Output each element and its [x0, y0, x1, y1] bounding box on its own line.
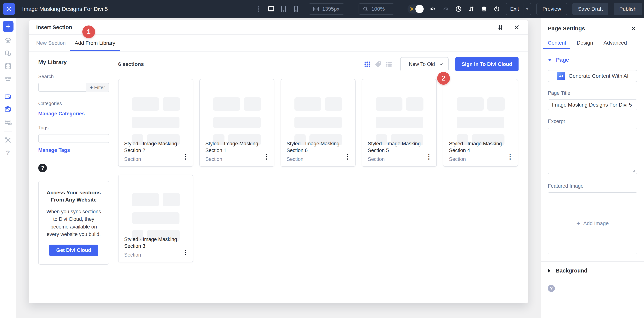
sign-in-label: Sign In To Divi Cloud [462, 61, 512, 67]
list-rows-icon[interactable] [4, 75, 12, 83]
design-presets-icon[interactable] [4, 49, 12, 57]
library-heading: My Library [38, 59, 109, 65]
tab-design[interactable]: Design [577, 37, 593, 49]
skeleton-block [325, 97, 342, 111]
background-group-toggle[interactable]: Background [548, 262, 637, 280]
sort-arrows-icon[interactable] [468, 5, 475, 13]
history-icon[interactable] [455, 5, 462, 13]
tutorial-step-badge-1: 1 [82, 25, 95, 38]
tags-input[interactable] [38, 134, 109, 143]
width-arrows-icon [313, 6, 319, 12]
panel-title: Page Settings [548, 25, 630, 32]
wireframe-view-icon[interactable] [4, 118, 12, 126]
preview-button[interactable]: Preview [536, 3, 567, 15]
add-image-dropzone[interactable]: + Add Image [548, 192, 637, 254]
sort-order-select[interactable]: New To Old [400, 57, 448, 71]
skeleton-block [457, 117, 504, 128]
library-section-card[interactable]: Styled - Image Masking Section 5 Section… [362, 79, 437, 167]
library-help-icon[interactable]: ? [38, 164, 47, 172]
card-options-menu-icon[interactable]: ⋮ [344, 153, 351, 160]
tab-content[interactable]: Content [548, 37, 566, 49]
close-icon[interactable] [513, 24, 520, 31]
publish-button[interactable]: Publish [614, 3, 642, 15]
card-options-menu-icon[interactable]: ⋮ [507, 153, 514, 160]
trash-icon[interactable] [480, 5, 488, 13]
undo-icon[interactable] [429, 5, 437, 13]
builder-mode-toggle[interactable] [408, 4, 424, 13]
excerpt-textarea[interactable] [548, 128, 637, 174]
panel-tab-bar: Content Design Advanced [541, 37, 644, 49]
redo-icon[interactable] [442, 5, 450, 13]
layers-icon[interactable] [4, 37, 12, 45]
exit-button[interactable]: Exit ▾ [506, 3, 531, 15]
search-input[interactable] [38, 83, 86, 92]
filter-button[interactable]: + Filter [86, 83, 109, 92]
section-card-title: Styled - Image Masking Section 1 [205, 141, 264, 154]
zoom-control[interactable]: 100% [358, 3, 394, 15]
desktop-view-icon[interactable] [268, 5, 275, 13]
click-edit-icon[interactable] [4, 106, 12, 114]
section-card-title: Styled - Image Masking Section 5 [368, 141, 426, 154]
section-card-title: Styled - Image Masking Section 2 [124, 141, 182, 154]
viewport-width-control[interactable]: 1395px [309, 3, 344, 15]
tab-advanced[interactable]: Advanced [604, 37, 627, 49]
card-options-menu-icon[interactable]: ⋮ [263, 153, 270, 160]
ai-icon: AI [556, 72, 565, 80]
list-view-icon[interactable] [385, 60, 393, 68]
tag-view-icon[interactable] [374, 60, 382, 68]
save-draft-button[interactable]: Save Draft [572, 3, 608, 15]
panel-close-icon[interactable] [630, 25, 637, 32]
get-divi-cloud-button[interactable]: Get Divi Cloud [49, 245, 98, 256]
section-card-title: Styled - Image Masking Section 6 [286, 141, 345, 154]
tab-add-from-library[interactable]: Add From Library [70, 35, 120, 51]
skeleton-block [457, 97, 484, 111]
section-card-type: Section [449, 156, 507, 162]
modal-sort-icon[interactable] [497, 24, 504, 31]
library-section-card[interactable]: Styled - Image Masking Section 3 Section… [118, 175, 193, 262]
tab-label: Design [577, 40, 593, 46]
panel-help-icon[interactable]: ? [548, 285, 555, 292]
phone-view-icon[interactable] [292, 5, 300, 13]
tools-icon[interactable] [4, 136, 12, 144]
filter-label: + Filter [90, 85, 105, 90]
portability-icon[interactable] [493, 5, 500, 13]
preview-label: Preview [542, 6, 561, 12]
skeleton-block [488, 97, 505, 111]
sort-order-value: New To Old [405, 61, 439, 67]
modal-tab-bar: New Section Add From Library [29, 35, 528, 51]
card-options-menu-icon[interactable]: ⋮ [182, 153, 189, 160]
page-group-toggle[interactable]: Page [548, 57, 637, 63]
exit-caret-icon[interactable]: ▾ [524, 6, 531, 11]
database-icon[interactable] [4, 62, 12, 70]
manage-categories-link[interactable]: Manage Categories [38, 111, 109, 117]
plus-icon [5, 24, 11, 29]
add-image-label: Add Image [583, 220, 608, 226]
toggle-knob [416, 5, 424, 13]
tablet-view-icon[interactable] [280, 5, 287, 13]
rail-divider [4, 131, 12, 132]
sign-in-divi-cloud-button[interactable]: Sign In To Divi Cloud [455, 57, 518, 71]
skeleton-block [244, 97, 261, 111]
resize-handle-icon[interactable] [632, 169, 635, 172]
rail-divider [4, 88, 12, 88]
more-options-icon[interactable] [255, 5, 262, 13]
card-options-menu-icon[interactable]: ⋮ [182, 249, 189, 256]
generate-content-ai-button[interactable]: AI Generate Content With AI [548, 70, 637, 82]
exit-label: Exit [506, 6, 523, 12]
zoom-value: 100% [371, 6, 385, 12]
page-settings-gear-button[interactable] [3, 3, 15, 15]
manage-tags-link[interactable]: Manage Tags [38, 147, 109, 153]
help-icon[interactable]: ? [6, 149, 10, 156]
search-label: Search [38, 74, 109, 79]
library-section-card[interactable]: Styled - Image Masking Section 2 Section… [118, 79, 193, 167]
page-title-input[interactable] [548, 99, 637, 110]
library-section-card[interactable]: Styled - Image Masking Section 6 Section… [280, 79, 356, 167]
library-section-card[interactable]: Styled - Image Masking Section 4 Section… [443, 79, 518, 167]
tab-new-section[interactable]: New Section [32, 35, 70, 51]
library-section-card[interactable]: Styled - Image Masking Section 1 Section… [199, 79, 274, 167]
click-preview-icon[interactable] [4, 93, 12, 101]
add-module-button[interactable] [3, 21, 14, 32]
grid-view-icon[interactable] [363, 60, 371, 68]
card-options-menu-icon[interactable]: ⋮ [426, 153, 432, 160]
section-card-type: Section [124, 252, 182, 258]
